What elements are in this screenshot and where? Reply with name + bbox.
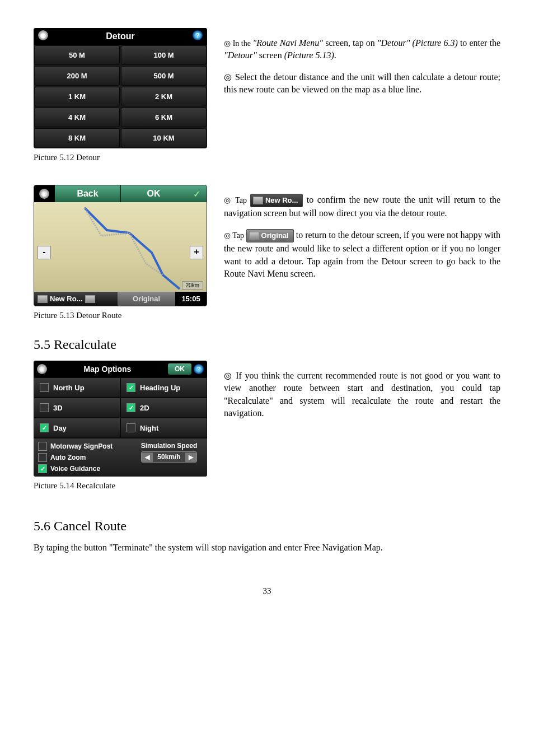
zoom-out-button[interactable]: -	[38, 246, 51, 259]
check-icon[interactable]: ✓	[186, 185, 207, 202]
checkbox-icon	[127, 423, 135, 432]
back-button[interactable]: Back	[54, 185, 120, 202]
detour-grid: 50 M 100 M 200 M 500 M 1 KM 2 KM 4 KM 6 …	[34, 45, 207, 148]
help-icon[interactable]: ?	[194, 364, 204, 374]
option-heading-up[interactable]: ✓Heading Up	[120, 377, 207, 398]
inline-original-button: Original	[246, 229, 294, 242]
tap-newro-para: ◎ Tap New Ro... to confirm the new route…	[224, 194, 500, 220]
checkbox-icon	[40, 383, 49, 392]
ok-button[interactable]: OK	[120, 185, 186, 202]
map-options-widget: ◉ Map Options OK ? North Up ✓Heading Up …	[34, 361, 207, 477]
checkbox-icon: ✓	[127, 383, 135, 392]
arrow-right-icon[interactable]: ▶	[185, 452, 196, 462]
screen-icon	[249, 232, 259, 240]
option-voice-guidance[interactable]: ✓Voice Guidance	[38, 464, 130, 473]
gps-icon: ◉	[38, 30, 48, 40]
mapopt-bottom: Motorway SignPost Auto Zoom ✓Voice Guida…	[34, 438, 207, 477]
gps-icon: ◉	[37, 364, 47, 374]
option-3d[interactable]: 3D	[34, 398, 120, 418]
detour-title: Detour	[106, 31, 135, 41]
detour-route-widget: ◉ Back OK ✓ - + 20km New Ro...	[34, 185, 207, 306]
detour-cell-500m[interactable]: 500 M	[121, 66, 207, 86]
ok-button[interactable]: OK	[168, 363, 191, 375]
arrow-left-icon[interactable]: ◀	[142, 452, 153, 462]
simulation-speed-stepper[interactable]: ◀ 50km/h ▶	[141, 451, 196, 463]
detour-para-1: ◎ In the "Route Navi Menu" screen, tap o…	[224, 37, 500, 62]
original-button[interactable]: Original	[118, 292, 175, 306]
detour-cell-4km[interactable]: 4 KM	[34, 108, 120, 127]
mapopt-header: ◉ Map Options OK ?	[34, 361, 207, 377]
detour-widget: ◉ Detour ? 50 M 100 M 200 M 500 M 1 KM 2…	[34, 28, 207, 148]
help-icon[interactable]: ?	[193, 30, 203, 40]
speed-value: 50km/h	[153, 452, 185, 462]
caption-514: Picture 5.14 Recalculate	[34, 481, 207, 491]
option-day[interactable]: ✓Day	[34, 418, 120, 438]
cancel-route-para: By taping the button "Terminate" the sys…	[34, 543, 500, 553]
tap-original-para: ◎ Tap Original to return to the detour s…	[224, 229, 500, 281]
simulation-speed-label: Simulation Speed	[135, 442, 203, 450]
screen-icon	[85, 295, 95, 303]
route-footer: New Ro... Original 15:05	[34, 292, 207, 306]
detour-cell-1km[interactable]: 1 KM	[34, 87, 120, 106]
heading-55: 5.5 Recalculate	[34, 337, 500, 352]
caption-512: Picture 5.12 Detour	[34, 153, 207, 162]
detour-para-2: ◎ Select the detour distance and the uni…	[224, 71, 500, 96]
route-header: ◉ Back OK ✓	[34, 185, 207, 202]
checkbox-icon	[40, 403, 49, 412]
scale-label: 20km	[182, 281, 203, 290]
caption-513: Picture 5.13 Detour Route	[34, 311, 207, 320]
option-motorway-signpost[interactable]: Motorway SignPost	[38, 442, 130, 451]
detour-cell-100m[interactable]: 100 M	[121, 45, 207, 65]
detour-cell-10km[interactable]: 10 KM	[121, 128, 207, 148]
checkbox-icon: ✓	[38, 464, 47, 473]
screen-icon	[38, 295, 48, 303]
option-north-up[interactable]: North Up	[34, 377, 120, 398]
inline-new-route-button: New Ro...	[250, 194, 303, 207]
detour-cell-200m[interactable]: 200 M	[34, 66, 120, 86]
detour-cell-50m[interactable]: 50 M	[34, 45, 120, 65]
option-night[interactable]: Night	[120, 418, 207, 438]
page-number: 33	[34, 586, 500, 596]
zoom-in-button[interactable]: +	[190, 246, 203, 259]
screen-icon	[253, 197, 263, 204]
detour-cell-8km[interactable]: 8 KM	[34, 128, 120, 148]
time-label: 15:05	[175, 292, 207, 306]
route-map[interactable]: - + 20km	[34, 202, 207, 292]
checkbox-icon	[38, 442, 47, 451]
heading-56: 5.6 Cancel Route	[34, 519, 500, 534]
option-auto-zoom[interactable]: Auto Zoom	[38, 453, 130, 462]
new-route-button[interactable]: New Ro...	[34, 292, 118, 306]
option-2d[interactable]: ✓2D	[120, 398, 207, 418]
mapopt-title: Map Options	[47, 365, 168, 374]
recalc-para: ◎ If you think the current recommended r…	[224, 370, 500, 420]
checkbox-icon: ✓	[40, 423, 49, 432]
checkbox-icon: ✓	[127, 403, 135, 412]
detour-header: ◉ Detour ?	[34, 28, 207, 45]
checkbox-icon	[38, 453, 47, 462]
detour-cell-6km[interactable]: 6 KM	[121, 108, 207, 127]
detour-cell-2km[interactable]: 2 KM	[121, 87, 207, 106]
gps-icon: ◉	[34, 185, 54, 202]
